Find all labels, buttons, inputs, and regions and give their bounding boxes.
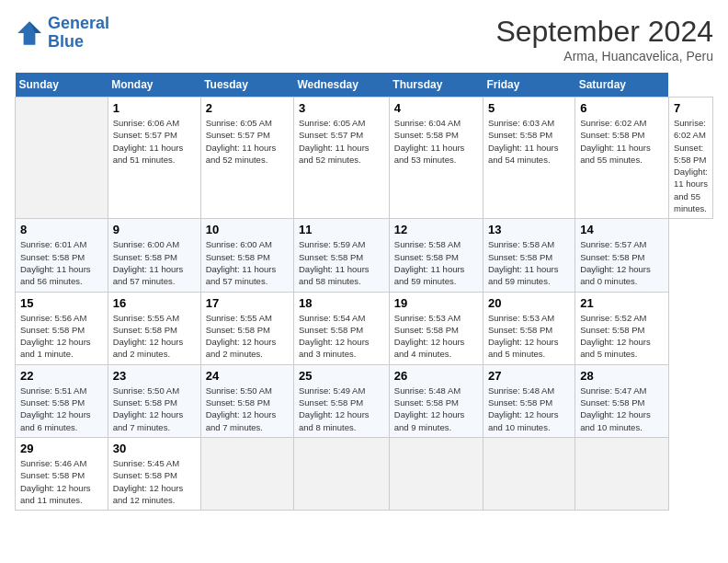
header-friday: Friday	[483, 73, 574, 98]
day-info: Sunrise: 5:46 AMSunset: 5:58 PMDaylight:…	[20, 457, 103, 506]
calendar-table: SundayMondayTuesdayWednesdayThursdayFrid…	[15, 73, 713, 511]
day-number: 8	[20, 223, 103, 236]
calendar-cell	[16, 98, 108, 219]
day-number: 23	[113, 369, 196, 383]
calendar-cell	[483, 437, 574, 510]
calendar-cell: 25Sunrise: 5:49 AMSunset: 5:58 PMDayligh…	[293, 364, 389, 437]
day-number: 13	[488, 223, 570, 236]
calendar-cell: 20Sunrise: 5:53 AMSunset: 5:58 PMDayligh…	[483, 292, 574, 364]
calendar-cell: 2Sunrise: 6:05 AMSunset: 5:57 PMDaylight…	[200, 98, 293, 219]
calendar-cell: 17Sunrise: 5:55 AMSunset: 5:58 PMDayligh…	[200, 292, 293, 364]
day-info: Sunrise: 6:04 AMSunset: 5:58 PMDaylight:…	[394, 117, 478, 166]
day-info: Sunrise: 5:53 AMSunset: 5:58 PMDaylight:…	[488, 312, 570, 361]
day-number: 25	[299, 369, 384, 383]
calendar-cell: 1Sunrise: 6:06 AMSunset: 5:57 PMDaylight…	[108, 98, 200, 219]
calendar-cell: 30Sunrise: 5:45 AMSunset: 5:58 PMDayligh…	[108, 437, 200, 510]
day-info: Sunrise: 6:01 AMSunset: 5:58 PMDaylight:…	[20, 238, 103, 287]
header-saturday: Saturday	[575, 73, 669, 98]
day-number: 24	[206, 369, 289, 383]
day-number: 12	[394, 223, 478, 236]
calendar-cell: 9Sunrise: 6:00 AMSunset: 5:58 PMDaylight…	[108, 219, 200, 292]
day-number: 1	[113, 101, 196, 115]
day-number: 4	[394, 101, 478, 115]
logo-text: General Blue	[48, 15, 109, 52]
day-info: Sunrise: 5:45 AMSunset: 5:58 PMDaylight:…	[113, 457, 196, 506]
title-block: September 2024 Arma, Huancavelica, Peru	[495, 15, 713, 63]
day-info: Sunrise: 6:00 AMSunset: 5:58 PMDaylight:…	[206, 238, 289, 287]
calendar-cell: 7Sunrise: 6:02 AMSunset: 5:58 PMDaylight…	[668, 98, 712, 219]
day-number: 21	[580, 296, 664, 310]
day-info: Sunrise: 5:55 AMSunset: 5:58 PMDaylight:…	[206, 312, 289, 361]
day-info: Sunrise: 5:56 AMSunset: 5:58 PMDaylight:…	[20, 312, 103, 361]
week-row-2: 8Sunrise: 6:01 AMSunset: 5:58 PMDaylight…	[16, 219, 713, 292]
calendar-cell	[200, 437, 293, 510]
day-info: Sunrise: 5:59 AMSunset: 5:58 PMDaylight:…	[299, 238, 384, 287]
header-sunday: Sunday	[16, 73, 108, 98]
day-number: 6	[580, 101, 664, 115]
calendar-cell: 4Sunrise: 6:04 AMSunset: 5:58 PMDaylight…	[389, 98, 483, 219]
calendar-cell: 23Sunrise: 5:50 AMSunset: 5:58 PMDayligh…	[108, 364, 200, 437]
day-info: Sunrise: 6:02 AMSunset: 5:58 PMDaylight:…	[580, 117, 664, 166]
day-info: Sunrise: 5:54 AMSunset: 5:58 PMDaylight:…	[299, 312, 384, 361]
day-info: Sunrise: 5:55 AMSunset: 5:58 PMDaylight:…	[113, 312, 196, 361]
calendar-cell: 8Sunrise: 6:01 AMSunset: 5:58 PMDaylight…	[16, 219, 108, 292]
day-number: 16	[113, 296, 196, 310]
day-info: Sunrise: 6:02 AMSunset: 5:58 PMDaylight:…	[674, 117, 708, 214]
week-row-5: 29Sunrise: 5:46 AMSunset: 5:58 PMDayligh…	[16, 437, 713, 510]
day-number: 11	[299, 223, 384, 236]
calendar-cell: 3Sunrise: 6:05 AMSunset: 5:57 PMDaylight…	[293, 98, 389, 219]
calendar-cell: 16Sunrise: 5:55 AMSunset: 5:58 PMDayligh…	[108, 292, 200, 364]
day-info: Sunrise: 6:03 AMSunset: 5:58 PMDaylight:…	[488, 117, 570, 166]
page-header: General Blue September 2024 Arma, Huanca…	[15, 15, 713, 63]
day-info: Sunrise: 5:50 AMSunset: 5:58 PMDaylight:…	[206, 385, 289, 433]
calendar-cell: 22Sunrise: 5:51 AMSunset: 5:58 PMDayligh…	[16, 364, 108, 437]
day-number: 2	[206, 101, 289, 115]
day-info: Sunrise: 5:58 AMSunset: 5:58 PMDaylight:…	[394, 238, 478, 287]
day-info: Sunrise: 6:00 AMSunset: 5:58 PMDaylight:…	[113, 238, 196, 287]
day-info: Sunrise: 6:05 AMSunset: 5:57 PMDaylight:…	[299, 117, 384, 166]
calendar-cell: 5Sunrise: 6:03 AMSunset: 5:58 PMDaylight…	[483, 98, 574, 219]
day-info: Sunrise: 5:57 AMSunset: 5:58 PMDaylight:…	[580, 238, 664, 287]
calendar-cell: 29Sunrise: 5:46 AMSunset: 5:58 PMDayligh…	[16, 437, 108, 510]
day-number: 3	[299, 101, 384, 115]
day-number: 7	[674, 101, 708, 115]
day-number: 9	[113, 223, 196, 236]
header-wednesday: Wednesday	[293, 73, 389, 98]
day-number: 28	[580, 369, 664, 383]
week-row-3: 15Sunrise: 5:56 AMSunset: 5:58 PMDayligh…	[16, 292, 713, 364]
logo-line1: General	[48, 14, 109, 32]
day-info: Sunrise: 5:51 AMSunset: 5:58 PMDaylight:…	[20, 385, 103, 433]
header-monday: Monday	[108, 73, 200, 98]
day-number: 29	[20, 442, 103, 455]
day-number: 15	[20, 296, 103, 310]
day-number: 18	[299, 296, 384, 310]
calendar-cell: 15Sunrise: 5:56 AMSunset: 5:58 PMDayligh…	[16, 292, 108, 364]
day-number: 22	[20, 369, 103, 383]
calendar-cell: 28Sunrise: 5:47 AMSunset: 5:58 PMDayligh…	[575, 364, 669, 437]
day-info: Sunrise: 5:48 AMSunset: 5:58 PMDaylight:…	[394, 385, 478, 433]
logo-line2: Blue	[48, 32, 84, 51]
day-number: 20	[488, 296, 570, 310]
day-info: Sunrise: 5:52 AMSunset: 5:58 PMDaylight:…	[580, 312, 664, 361]
day-info: Sunrise: 6:06 AMSunset: 5:57 PMDaylight:…	[113, 117, 196, 166]
calendar-cell: 27Sunrise: 5:48 AMSunset: 5:58 PMDayligh…	[483, 364, 574, 437]
logo-icon	[15, 18, 44, 48]
day-number: 30	[113, 442, 196, 455]
week-row-1: 1Sunrise: 6:06 AMSunset: 5:57 PMDaylight…	[16, 98, 713, 219]
calendar-cell: 12Sunrise: 5:58 AMSunset: 5:58 PMDayligh…	[389, 219, 483, 292]
calendar-cell	[293, 437, 389, 510]
day-number: 17	[206, 296, 289, 310]
calendar-cell: 10Sunrise: 6:00 AMSunset: 5:58 PMDayligh…	[200, 219, 293, 292]
day-number: 5	[488, 101, 570, 115]
calendar-cell: 26Sunrise: 5:48 AMSunset: 5:58 PMDayligh…	[389, 364, 483, 437]
calendar-cell	[575, 437, 669, 510]
day-info: Sunrise: 6:05 AMSunset: 5:57 PMDaylight:…	[206, 117, 289, 166]
day-info: Sunrise: 5:53 AMSunset: 5:58 PMDaylight:…	[394, 312, 478, 361]
day-info: Sunrise: 5:49 AMSunset: 5:58 PMDaylight:…	[299, 385, 384, 433]
calendar-header-row: SundayMondayTuesdayWednesdayThursdayFrid…	[16, 73, 713, 98]
day-info: Sunrise: 5:50 AMSunset: 5:58 PMDaylight:…	[113, 385, 196, 433]
logo: General Blue	[15, 15, 109, 52]
header-thursday: Thursday	[389, 73, 483, 98]
day-info: Sunrise: 5:48 AMSunset: 5:58 PMDaylight:…	[488, 385, 570, 433]
calendar-cell: 6Sunrise: 6:02 AMSunset: 5:58 PMDaylight…	[575, 98, 669, 219]
